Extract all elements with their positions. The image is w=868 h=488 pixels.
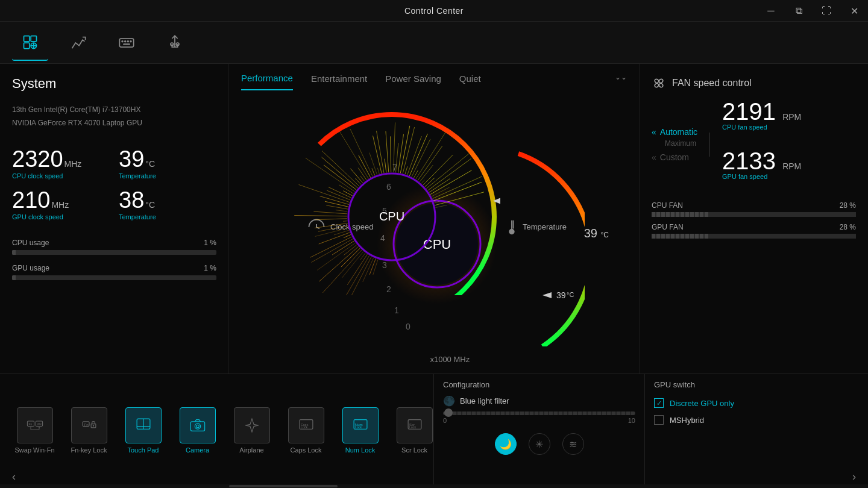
contrast-icon-btn[interactable]: ≋	[562, 433, 584, 455]
svg-rect-43	[190, 422, 204, 431]
stats-grid: 2320MHz CPU clock speed 39°C Temperature…	[12, 148, 216, 221]
left-panel: System 13th Gen Intel(R) Core(TM) i7-137…	[0, 64, 229, 374]
gpu-usage-section: GPU usage 1 %	[12, 264, 216, 280]
shortcut-airplane[interactable]: Airplane	[226, 407, 277, 454]
gauge-unit-label: x1000 MHz	[430, 354, 470, 364]
restore-button[interactable]: ⧉	[785, 0, 813, 22]
gpu-clock-label: GPU clock speed	[12, 213, 110, 221]
svg-rect-0	[24, 36, 30, 41]
caps-lock-label: Caps Lock	[291, 446, 322, 454]
discrete-gpu-checkbox[interactable]	[654, 398, 664, 408]
brightness-icon-btn[interactable]: ✳	[529, 433, 550, 455]
configuration-panel: Configuration 🌑 Blue light filter 0 10 🌙…	[434, 374, 645, 488]
shortcut-num-lock[interactable]: Num Lock Num Lock	[335, 407, 386, 454]
minimize-button[interactable]: ─	[757, 0, 785, 22]
swap-icon: Fn Win	[27, 417, 43, 434]
camera-icon-box	[180, 407, 216, 443]
gpu-usage-label: GPU usage	[12, 264, 49, 272]
airplane-label: Airplane	[239, 446, 263, 454]
center-panel: Performance Entertainment Power Saving Q…	[229, 64, 639, 374]
svg-rect-2	[24, 43, 30, 48]
gpu-temp-value: 38°C	[119, 189, 216, 211]
scrollbar-thumb[interactable]	[229, 485, 338, 487]
fan-mode-maximum: Maximum	[665, 139, 697, 148]
temp-reading: 39 °C	[584, 227, 609, 240]
cpu-usage-fill	[12, 250, 16, 255]
app-title: Control Center	[404, 6, 464, 16]
tab-performance[interactable]: Performance	[241, 73, 293, 90]
shortcut-camera[interactable]: Camera	[172, 407, 223, 454]
caps-lock-icon-box: Caps Lock	[288, 407, 324, 443]
fan-section: FAN speed control « Automatic Maximum « …	[652, 76, 856, 239]
gpu-usage-fill	[12, 275, 16, 280]
shortcut-scr-lock[interactable]: Scr Lock Scr Lock	[389, 407, 434, 454]
gpu-option-discrete[interactable]: Discrete GPU only	[654, 398, 859, 408]
fan-icon	[652, 76, 666, 90]
tab-system[interactable]	[12, 25, 48, 61]
shortcut-touch-pad[interactable]: Touch Pad	[118, 407, 169, 454]
gpu-clock-stat: 210MHz GPU clock speed	[12, 189, 110, 221]
fan-mode-automatic[interactable]: « Automatic	[652, 127, 697, 137]
cpu-fan-fill	[652, 212, 709, 217]
cpu-usage-header: CPU usage 1 %	[12, 239, 216, 247]
gauge-canvas	[277, 96, 506, 295]
cpu-temp-stat: 39°C Temperature	[119, 148, 216, 180]
nav-arrow-left[interactable]: ‹	[12, 471, 16, 483]
shortcut-swap-win-fn[interactable]: Fn Win Swap Win-Fn	[9, 407, 60, 454]
svg-point-30	[658, 82, 660, 84]
svg-text:0: 0	[406, 322, 410, 331]
svg-point-45	[196, 425, 199, 428]
gpu-fan-label: GPU fan speed	[722, 173, 801, 180]
tab-quiet[interactable]: Quiet	[459, 74, 481, 90]
fn-lock-icon: Fn	[81, 417, 98, 434]
mshybrid-checkbox[interactable]	[654, 415, 664, 425]
fn-key-lock-icon: Fn	[71, 407, 107, 443]
swap-win-fn-label: Swap Win-Fn	[14, 446, 54, 454]
gpu-usage-value: 1 %	[204, 264, 216, 272]
shortcut-caps-lock[interactable]: Caps Lock Caps Lock	[280, 407, 332, 454]
cpu-temp-label: Temperature	[119, 172, 216, 180]
svg-text:Fn: Fn	[28, 423, 32, 426]
gpu-option-mshybrid[interactable]: MSHybrid	[654, 415, 859, 425]
tab-entertainment[interactable]: Entertainment	[311, 74, 367, 90]
blue-light-label: 🌑 Blue light filter	[443, 395, 635, 407]
cpu-usage-bar	[12, 250, 216, 255]
fan-speeds: 2191 RPM CPU fan speed 2133 RPM GPU fan …	[722, 99, 801, 189]
cpu-clock-stat: 2320MHz CPU clock speed	[12, 148, 110, 180]
svg-rect-1	[31, 36, 36, 41]
svg-marker-23	[542, 292, 552, 298]
gpu-fan-usage-header: GPU FAN 28 %	[652, 223, 856, 231]
fan-mode-custom[interactable]: « Custom	[652, 152, 697, 162]
close-button[interactable]: ✕	[840, 0, 868, 22]
cpu-fan-speed: 2191 RPM CPU fan speed	[722, 99, 801, 131]
more-modes-arrow[interactable]: ⌄⌄	[615, 73, 627, 81]
tab-performance-nav[interactable]	[60, 25, 96, 61]
airplane-icon-box	[234, 407, 270, 443]
scr-lock-icon: Scr Lock	[406, 417, 423, 434]
tab-keyboard[interactable]	[108, 25, 145, 61]
titlebar: Control Center ─ ⧉ ⛶ ✕	[0, 0, 868, 22]
caps-lock-icon: Caps Lock	[298, 417, 315, 434]
shortcut-fn-key-lock[interactable]: Fn Fn-key Lock	[63, 407, 115, 454]
blue-light-slider[interactable]	[443, 411, 635, 415]
nav-arrow-right[interactable]: ›	[852, 471, 856, 483]
fan-title: FAN speed control	[652, 76, 856, 90]
system-info: 13th Gen Intel(R) Core(TM) i7-13700HX NV…	[12, 104, 216, 130]
maximize-button[interactable]: ⛶	[813, 0, 840, 22]
cpu-fan-bar	[652, 212, 856, 217]
brightness-icon: ✳	[535, 439, 543, 450]
tab-usb[interactable]	[157, 25, 193, 61]
svg-point-44	[195, 424, 200, 429]
gpu-fan-bar	[652, 234, 856, 239]
tab-power-saving[interactable]: Power Saving	[385, 74, 441, 90]
gpu-switch-title: GPU switch	[654, 380, 859, 389]
moon-icon-btn[interactable]: 🌙	[495, 433, 517, 455]
fan-control-title: FAN speed control	[672, 78, 752, 89]
gpu-usage-bar	[12, 275, 216, 280]
gpu-switch-panel: GPU switch Discrete GPU only MSHybrid	[645, 374, 868, 488]
cpu-temp-value: 39°C	[119, 148, 216, 170]
gpu-info: NVIDIA GeForce RTX 4070 Laptop GPU	[12, 117, 216, 130]
mshybrid-label: MSHybrid	[670, 416, 704, 425]
svg-text:Lock: Lock	[409, 425, 416, 429]
nav-tabs-top	[0, 22, 868, 64]
